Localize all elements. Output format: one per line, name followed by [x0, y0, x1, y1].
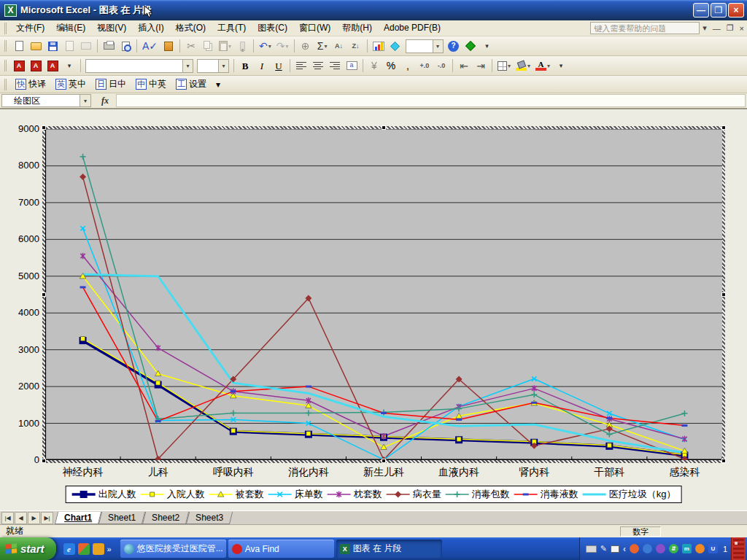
tray-keyboard-icon[interactable] — [586, 545, 597, 553]
close-button[interactable]: × — [728, 3, 744, 18]
new-document-button[interactable] — [11, 39, 27, 54]
formula-input[interactable] — [116, 94, 746, 107]
sheet-tab-Sheet1[interactable]: Sheet1 — [98, 512, 145, 524]
quick-launch-overflow-icon[interactable]: » — [107, 545, 112, 553]
tray-audio-icon[interactable] — [656, 544, 665, 553]
toolbar-options-button[interactable]: ▾ — [61, 58, 77, 74]
name-box-dropdown-icon[interactable]: ▾ — [80, 94, 91, 107]
font-combo-dropdown-icon[interactable]: ▾ — [182, 60, 193, 72]
selection-handle[interactable] — [382, 125, 386, 130]
insert-function-icon[interactable]: fx — [101, 96, 109, 106]
permission-button[interactable] — [61, 39, 77, 54]
translator-settings-button[interactable]: 工设置 — [171, 77, 211, 92]
restore-button[interactable]: ❐ — [711, 3, 727, 18]
selection-handle[interactable] — [721, 292, 726, 297]
sheet-nav-button[interactable]: ◀ — [15, 512, 27, 524]
email-button[interactable] — [78, 39, 94, 54]
quick-translate-button[interactable]: 快快译 — [11, 77, 50, 92]
tray-input-method-icon[interactable] — [611, 545, 619, 553]
menu-item[interactable]: 图表(C) — [252, 21, 293, 34]
menu-item[interactable]: 视图(V) — [91, 21, 132, 34]
sheet-tab-Chart1[interactable]: Chart1 — [55, 512, 101, 524]
doc-restore-button[interactable]: ❐ — [724, 23, 737, 33]
sheet-tab-Sheet3[interactable]: Sheet3 — [186, 512, 233, 524]
bold-button[interactable]: B — [237, 58, 253, 74]
menu-item[interactable]: Adobe PDF(B) — [378, 21, 446, 34]
font-color-dropdown-icon[interactable]: ▾ — [547, 63, 550, 69]
sort-ascending-button[interactable]: A↓ — [331, 39, 347, 54]
internet-explorer-icon[interactable]: e — [63, 543, 75, 555]
tray-pen-icon[interactable]: ✎ — [600, 544, 607, 553]
menu-item[interactable]: 窗口(W) — [293, 21, 336, 34]
undo-button[interactable]: ↶▾ — [257, 39, 274, 54]
selection-handle[interactable] — [382, 459, 386, 463]
sheet-nav-button[interactable]: ▶| — [41, 512, 53, 524]
selection-handle[interactable] — [42, 459, 46, 463]
sort-descending-button[interactable]: Z↓ — [348, 39, 364, 54]
print-button[interactable] — [101, 39, 117, 54]
tray-network-icon[interactable]: ⇵ — [669, 544, 678, 553]
taskbar-task[interactable]: X图表 在 片段 — [336, 540, 442, 558]
help-dropdown-icon[interactable]: ▾ — [700, 23, 710, 33]
menu-item[interactable]: 编辑(E) — [50, 21, 91, 34]
menu-item[interactable]: 插入(I) — [132, 21, 169, 34]
decrease-decimal-button[interactable]: -.0 — [433, 58, 449, 74]
toolbar-options-button[interactable]: ▾ — [553, 58, 569, 74]
pdf-convert-button[interactable]: A — [11, 58, 27, 74]
decrease-indent-button[interactable]: ⇤ — [456, 58, 472, 74]
selection-handle[interactable] — [721, 125, 726, 130]
chinese-to-english-button[interactable]: 中中英 — [131, 77, 171, 92]
save-button[interactable] — [44, 39, 61, 54]
pdf-review-button[interactable]: A — [44, 58, 61, 74]
zoom-combo-dropdown-icon[interactable]: ▾ — [433, 40, 443, 52]
redo-button[interactable]: ↷▾ — [274, 39, 291, 54]
menu-item[interactable]: 工具(T) — [212, 21, 252, 34]
insert-hyperlink-button[interactable]: ⊕ — [298, 39, 314, 54]
sheet-tab-Sheet2[interactable]: Sheet2 — [142, 512, 189, 524]
start-button[interactable]: start — [0, 537, 56, 560]
drawing-addin-button[interactable] — [387, 39, 403, 54]
increase-decimal-button[interactable]: +.0 — [417, 58, 433, 74]
font-combo[interactable]: ▾ — [85, 59, 193, 73]
toolbar-grip[interactable] — [4, 60, 7, 71]
font-color-button[interactable]: A▾ — [533, 58, 552, 74]
doc-minimize-button[interactable]: — — [710, 24, 724, 33]
selection-handle[interactable] — [42, 125, 46, 130]
merge-center-button[interactable] — [344, 58, 360, 74]
open-folder-button[interactable] — [28, 39, 44, 54]
paste-dropdown-icon[interactable]: ▾ — [228, 43, 231, 50]
chart-legend[interactable]: 出院人数入院人数被套数床单数枕套数病衣量消毒包数消毒液数医疗垃圾（kg） — [66, 486, 682, 503]
selection-handle[interactable] — [42, 292, 46, 297]
redo-dropdown-icon[interactable]: ▾ — [286, 43, 289, 50]
autosum-dropdown-icon[interactable]: ▾ — [324, 43, 327, 50]
toolbar-options-button[interactable]: ▾ — [212, 77, 225, 92]
copy-button[interactable] — [200, 39, 216, 54]
underline-button[interactable]: U — [271, 58, 287, 74]
toolbar-options-button[interactable]: ▾ — [479, 39, 495, 54]
minimize-button[interactable]: — — [693, 3, 709, 18]
paste-button[interactable]: ▾ — [217, 39, 233, 54]
zoom-combo[interactable]: ▾ — [406, 39, 444, 53]
custom-addin-button[interactable] — [462, 39, 479, 54]
chart-wizard-button[interactable] — [371, 39, 387, 54]
toolbar-grip[interactable] — [4, 79, 7, 90]
borders-button[interactable]: ▾ — [495, 58, 513, 74]
plot-area-selection[interactable] — [42, 126, 725, 463]
font-size-combo[interactable]: ▾ — [197, 59, 229, 73]
tray-u-icon[interactable]: U — [708, 544, 718, 553]
selection-handle[interactable] — [721, 459, 726, 463]
messenger-icon[interactable] — [78, 543, 90, 555]
doc-close-button[interactable]: × — [737, 24, 747, 33]
plot-area[interactable] — [45, 129, 722, 460]
tray-messenger-icon[interactable] — [643, 544, 652, 553]
italic-button[interactable]: I — [254, 58, 270, 74]
fill-color-button[interactable]: ▾ — [514, 58, 533, 74]
print-preview-button[interactable] — [117, 39, 133, 54]
pdf-convert-email-button[interactable]: A — [28, 58, 44, 74]
cut-button[interactable]: ✂ — [183, 39, 199, 54]
sheet-nav-button[interactable]: ▶ — [28, 512, 40, 524]
undo-dropdown-icon[interactable]: ▾ — [268, 43, 271, 50]
toolbar-grip[interactable] — [4, 40, 7, 52]
borders-dropdown-icon[interactable]: ▾ — [508, 63, 511, 69]
spelling-button[interactable]: A✓ — [140, 39, 160, 54]
